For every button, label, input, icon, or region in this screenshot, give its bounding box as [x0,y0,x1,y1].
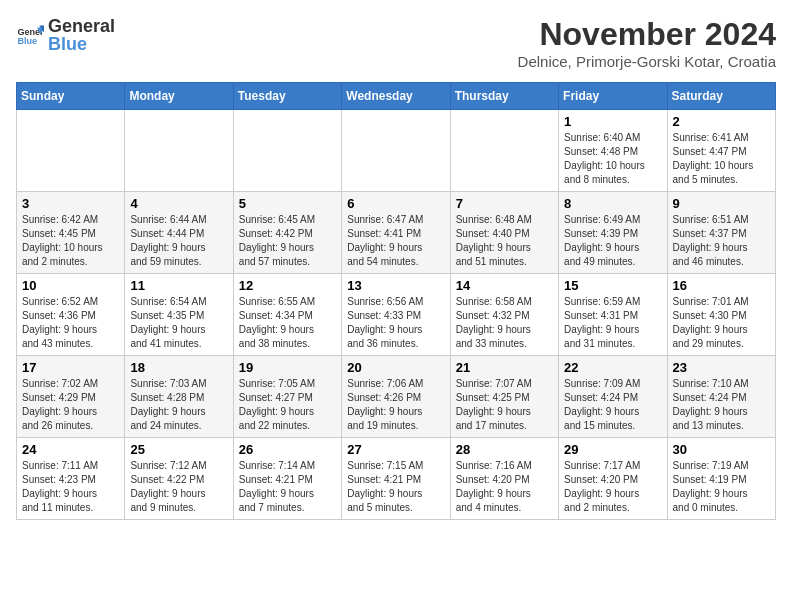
logo: General Blue General Blue [16,16,115,55]
calendar-cell: 19Sunrise: 7:05 AM Sunset: 4:27 PM Dayli… [233,356,341,438]
calendar-week-row: 3Sunrise: 6:42 AM Sunset: 4:45 PM Daylig… [17,192,776,274]
calendar-cell: 3Sunrise: 6:42 AM Sunset: 4:45 PM Daylig… [17,192,125,274]
day-info: Sunrise: 7:14 AM Sunset: 4:21 PM Dayligh… [239,459,336,515]
calendar-cell: 20Sunrise: 7:06 AM Sunset: 4:26 PM Dayli… [342,356,450,438]
calendar-cell: 27Sunrise: 7:15 AM Sunset: 4:21 PM Dayli… [342,438,450,520]
day-number: 18 [130,360,227,375]
day-info: Sunrise: 7:10 AM Sunset: 4:24 PM Dayligh… [673,377,770,433]
calendar-cell: 28Sunrise: 7:16 AM Sunset: 4:20 PM Dayli… [450,438,558,520]
day-number: 12 [239,278,336,293]
day-number: 5 [239,196,336,211]
calendar-cell: 14Sunrise: 6:58 AM Sunset: 4:32 PM Dayli… [450,274,558,356]
calendar-cell: 21Sunrise: 7:07 AM Sunset: 4:25 PM Dayli… [450,356,558,438]
calendar-cell: 29Sunrise: 7:17 AM Sunset: 4:20 PM Dayli… [559,438,667,520]
day-info: Sunrise: 6:59 AM Sunset: 4:31 PM Dayligh… [564,295,661,351]
day-number: 9 [673,196,770,211]
day-number: 8 [564,196,661,211]
day-number: 25 [130,442,227,457]
day-info: Sunrise: 6:41 AM Sunset: 4:47 PM Dayligh… [673,131,770,187]
calendar-week-row: 17Sunrise: 7:02 AM Sunset: 4:29 PM Dayli… [17,356,776,438]
day-number: 17 [22,360,119,375]
calendar-cell: 30Sunrise: 7:19 AM Sunset: 4:19 PM Dayli… [667,438,775,520]
day-number: 13 [347,278,444,293]
calendar-cell: 24Sunrise: 7:11 AM Sunset: 4:23 PM Dayli… [17,438,125,520]
day-number: 6 [347,196,444,211]
day-number: 1 [564,114,661,129]
day-info: Sunrise: 7:01 AM Sunset: 4:30 PM Dayligh… [673,295,770,351]
day-info: Sunrise: 7:03 AM Sunset: 4:28 PM Dayligh… [130,377,227,433]
day-info: Sunrise: 7:06 AM Sunset: 4:26 PM Dayligh… [347,377,444,433]
day-info: Sunrise: 6:44 AM Sunset: 4:44 PM Dayligh… [130,213,227,269]
calendar-cell [233,110,341,192]
calendar-cell: 4Sunrise: 6:44 AM Sunset: 4:44 PM Daylig… [125,192,233,274]
page-header: General Blue General Blue November 2024 … [16,16,776,70]
calendar-cell: 18Sunrise: 7:03 AM Sunset: 4:28 PM Dayli… [125,356,233,438]
calendar-cell: 25Sunrise: 7:12 AM Sunset: 4:22 PM Dayli… [125,438,233,520]
day-number: 21 [456,360,553,375]
logo-icon: General Blue [16,22,44,50]
weekday-header-friday: Friday [559,83,667,110]
day-number: 29 [564,442,661,457]
day-number: 14 [456,278,553,293]
calendar-cell: 9Sunrise: 6:51 AM Sunset: 4:37 PM Daylig… [667,192,775,274]
day-info: Sunrise: 6:49 AM Sunset: 4:39 PM Dayligh… [564,213,661,269]
day-info: Sunrise: 6:48 AM Sunset: 4:40 PM Dayligh… [456,213,553,269]
day-number: 10 [22,278,119,293]
day-number: 11 [130,278,227,293]
weekday-header-wednesday: Wednesday [342,83,450,110]
day-info: Sunrise: 6:51 AM Sunset: 4:37 PM Dayligh… [673,213,770,269]
day-info: Sunrise: 6:42 AM Sunset: 4:45 PM Dayligh… [22,213,119,269]
day-info: Sunrise: 6:55 AM Sunset: 4:34 PM Dayligh… [239,295,336,351]
day-info: Sunrise: 6:47 AM Sunset: 4:41 PM Dayligh… [347,213,444,269]
day-info: Sunrise: 7:12 AM Sunset: 4:22 PM Dayligh… [130,459,227,515]
day-info: Sunrise: 7:19 AM Sunset: 4:19 PM Dayligh… [673,459,770,515]
day-info: Sunrise: 6:40 AM Sunset: 4:48 PM Dayligh… [564,131,661,187]
calendar-cell: 17Sunrise: 7:02 AM Sunset: 4:29 PM Dayli… [17,356,125,438]
calendar-cell: 15Sunrise: 6:59 AM Sunset: 4:31 PM Dayli… [559,274,667,356]
month-title: November 2024 [518,16,776,53]
day-info: Sunrise: 7:16 AM Sunset: 4:20 PM Dayligh… [456,459,553,515]
day-number: 20 [347,360,444,375]
calendar-week-row: 1Sunrise: 6:40 AM Sunset: 4:48 PM Daylig… [17,110,776,192]
day-info: Sunrise: 7:05 AM Sunset: 4:27 PM Dayligh… [239,377,336,433]
weekday-header-row: SundayMondayTuesdayWednesdayThursdayFrid… [17,83,776,110]
calendar-cell: 7Sunrise: 6:48 AM Sunset: 4:40 PM Daylig… [450,192,558,274]
day-number: 2 [673,114,770,129]
day-number: 7 [456,196,553,211]
calendar-cell: 22Sunrise: 7:09 AM Sunset: 4:24 PM Dayli… [559,356,667,438]
day-number: 19 [239,360,336,375]
svg-text:Blue: Blue [17,36,37,46]
day-info: Sunrise: 7:09 AM Sunset: 4:24 PM Dayligh… [564,377,661,433]
calendar-cell: 2Sunrise: 6:41 AM Sunset: 4:47 PM Daylig… [667,110,775,192]
calendar-cell: 1Sunrise: 6:40 AM Sunset: 4:48 PM Daylig… [559,110,667,192]
calendar-cell: 26Sunrise: 7:14 AM Sunset: 4:21 PM Dayli… [233,438,341,520]
calendar-cell: 8Sunrise: 6:49 AM Sunset: 4:39 PM Daylig… [559,192,667,274]
day-info: Sunrise: 6:45 AM Sunset: 4:42 PM Dayligh… [239,213,336,269]
day-info: Sunrise: 6:54 AM Sunset: 4:35 PM Dayligh… [130,295,227,351]
calendar-cell: 12Sunrise: 6:55 AM Sunset: 4:34 PM Dayli… [233,274,341,356]
day-info: Sunrise: 6:56 AM Sunset: 4:33 PM Dayligh… [347,295,444,351]
day-info: Sunrise: 7:17 AM Sunset: 4:20 PM Dayligh… [564,459,661,515]
day-number: 27 [347,442,444,457]
calendar-cell [125,110,233,192]
calendar-cell: 10Sunrise: 6:52 AM Sunset: 4:36 PM Dayli… [17,274,125,356]
calendar-cell: 6Sunrise: 6:47 AM Sunset: 4:41 PM Daylig… [342,192,450,274]
calendar-week-row: 10Sunrise: 6:52 AM Sunset: 4:36 PM Dayli… [17,274,776,356]
calendar-cell: 16Sunrise: 7:01 AM Sunset: 4:30 PM Dayli… [667,274,775,356]
calendar-week-row: 24Sunrise: 7:11 AM Sunset: 4:23 PM Dayli… [17,438,776,520]
day-info: Sunrise: 6:58 AM Sunset: 4:32 PM Dayligh… [456,295,553,351]
day-number: 26 [239,442,336,457]
weekday-header-tuesday: Tuesday [233,83,341,110]
day-info: Sunrise: 7:15 AM Sunset: 4:21 PM Dayligh… [347,459,444,515]
day-info: Sunrise: 7:02 AM Sunset: 4:29 PM Dayligh… [22,377,119,433]
weekday-header-sunday: Sunday [17,83,125,110]
weekday-header-saturday: Saturday [667,83,775,110]
calendar-cell [450,110,558,192]
day-number: 16 [673,278,770,293]
day-info: Sunrise: 7:07 AM Sunset: 4:25 PM Dayligh… [456,377,553,433]
calendar-cell: 23Sunrise: 7:10 AM Sunset: 4:24 PM Dayli… [667,356,775,438]
title-section: November 2024 Delnice, Primorje-Gorski K… [518,16,776,70]
day-number: 15 [564,278,661,293]
calendar-cell: 11Sunrise: 6:54 AM Sunset: 4:35 PM Dayli… [125,274,233,356]
calendar-cell: 13Sunrise: 6:56 AM Sunset: 4:33 PM Dayli… [342,274,450,356]
